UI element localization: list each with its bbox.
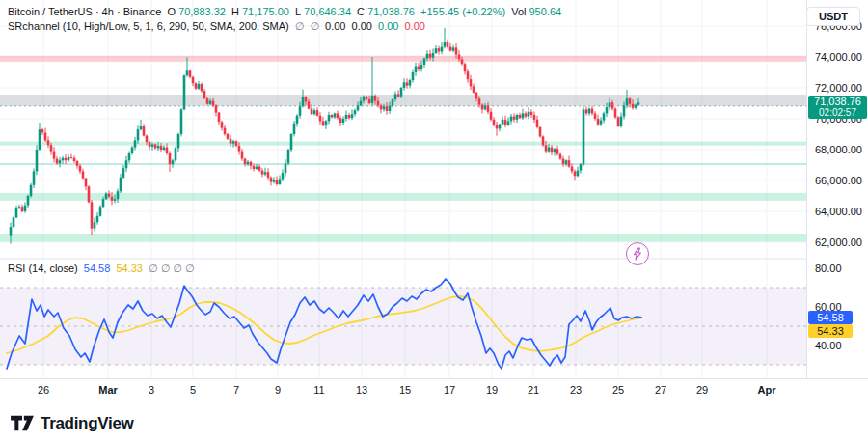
candle-body: [400, 88, 403, 97]
candle-body: [18, 207, 21, 208]
candle-body: [629, 98, 632, 104]
candle-body: [253, 166, 256, 169]
symbol-legend[interactable]: Bitcoin / TetherUS · 4h · Binance O70,88…: [8, 6, 564, 17]
candle-body: [513, 117, 516, 120]
candle-body: [328, 115, 331, 121]
candle-body: [464, 64, 467, 71]
candle-body: [264, 172, 267, 174]
tradingview-chart-app: { "header": { "title": "Bitcoin / Tether…: [0, 0, 868, 443]
candle-body: [24, 206, 27, 211]
price-axis-label: 64,000.00: [815, 206, 862, 217]
time-axis-label: 26: [38, 384, 49, 396]
candle-body: [380, 105, 383, 109]
candle-body: [70, 157, 73, 158]
candle-body: [180, 109, 183, 134]
candle-body: [250, 162, 253, 166]
candle-body: [435, 48, 438, 53]
candle-body: [151, 144, 154, 146]
candle-body: [530, 112, 533, 115]
rsi-legend[interactable]: RSI (14, close) 54.58 54.33 ∅ ∅ ∅ ∅: [8, 263, 198, 275]
candle-body: [85, 179, 88, 187]
open-label: O: [167, 6, 176, 17]
candle-body: [62, 158, 65, 160]
candle-body: [458, 55, 461, 60]
candle-body: [209, 101, 212, 104]
candle-body: [444, 42, 447, 47]
time-axis[interactable]: 26Mar357911131517192123252729Apr: [0, 378, 868, 401]
candle-body: [114, 199, 117, 201]
candle-body: [206, 98, 209, 104]
price-axis-label: 72,000.00: [815, 82, 862, 94]
candle-body: [626, 98, 629, 105]
candle-body: [290, 134, 293, 150]
candle-body: [577, 171, 580, 177]
candle-body: [461, 59, 464, 64]
candle-body: [620, 117, 623, 126]
candle-body: [198, 84, 201, 89]
candle-body: [27, 196, 30, 206]
rsi-empties: ∅ ∅ ∅ ∅: [149, 263, 195, 274]
price-axis-label: 74,000.00: [815, 51, 862, 63]
candle-body: [449, 47, 452, 51]
srchannel-value-2: 0.00: [352, 20, 372, 32]
candle-body: [247, 162, 250, 164]
candle-body: [473, 86, 475, 92]
candle-body: [600, 121, 603, 125]
candle-body: [559, 154, 562, 159]
high-value: 71,175.00: [242, 6, 289, 17]
time-axis-label: 17: [444, 384, 455, 396]
candle-body: [13, 217, 15, 227]
srchannel-legend[interactable]: SRchannel (10, High/Low, 5, 1, 6, 290, 5…: [8, 20, 428, 33]
chart-panes[interactable]: [0, 0, 806, 378]
price-axis[interactable]: 71,038.76 02:02:57 54.58 54.33 76,000.00…: [806, 0, 868, 378]
candle-body: [412, 72, 415, 80]
candle-body: [56, 159, 59, 164]
candle-body: [609, 102, 611, 107]
candle-body: [10, 227, 13, 236]
candle-body: [50, 145, 53, 151]
sr-band-support-zone-2: [0, 234, 806, 241]
candle-body: [519, 115, 522, 118]
candle-body: [452, 47, 455, 50]
candle-body: [475, 93, 478, 98]
candle-body: [429, 54, 432, 58]
candle-body: [342, 119, 345, 123]
rsi-line-axis-label: 54.58: [808, 311, 853, 324]
candle-body: [33, 171, 36, 184]
candle-body: [351, 114, 354, 118]
srchannel-empty-1: ∅: [295, 20, 305, 32]
currency-usdt-button[interactable]: USDT: [806, 7, 860, 26]
candle-body: [224, 128, 227, 134]
candle-body: [389, 105, 392, 111]
candle-body: [623, 105, 626, 116]
candle-body: [331, 115, 334, 117]
candle-wick: [233, 140, 234, 148]
candle-body: [308, 101, 311, 108]
candle-body: [363, 97, 366, 101]
candle-body: [637, 102, 640, 104]
rsi-line-value: 54.58: [84, 263, 111, 274]
candle-body: [565, 160, 568, 164]
candle-body: [99, 207, 102, 216]
tradingview-logo[interactable]: TradingView: [10, 413, 134, 434]
lightning-bolt-button[interactable]: [626, 242, 649, 265]
tradingview-logo-text: TradingView: [41, 414, 134, 433]
candle-body: [175, 148, 177, 160]
time-axis-label: 15: [399, 384, 411, 396]
candle-body: [91, 202, 94, 228]
candle-body: [556, 149, 559, 154]
candle-body: [528, 112, 530, 117]
candle-body: [409, 80, 412, 86]
candle-body: [554, 149, 556, 152]
candle-body: [568, 160, 571, 166]
candle-body: [345, 115, 348, 119]
candle-body: [221, 122, 224, 127]
symbol-title: Bitcoin / TetherUS · 4h · Binance: [8, 6, 161, 17]
rsi-ma-axis-label: 54.33: [808, 324, 853, 338]
candle-body: [154, 144, 157, 148]
srchannel-value-4: 0.00: [405, 20, 425, 32]
candle-body: [111, 197, 114, 201]
candle-body: [166, 148, 169, 153]
candle-body: [94, 222, 96, 228]
candle-body: [502, 120, 504, 125]
